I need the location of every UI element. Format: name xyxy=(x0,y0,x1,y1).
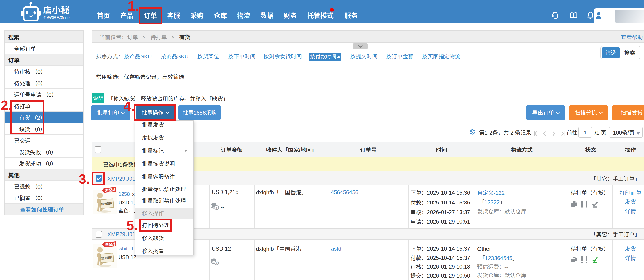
svg-text:Y: Y xyxy=(216,206,218,209)
svg-text:Y: Y xyxy=(216,262,218,265)
